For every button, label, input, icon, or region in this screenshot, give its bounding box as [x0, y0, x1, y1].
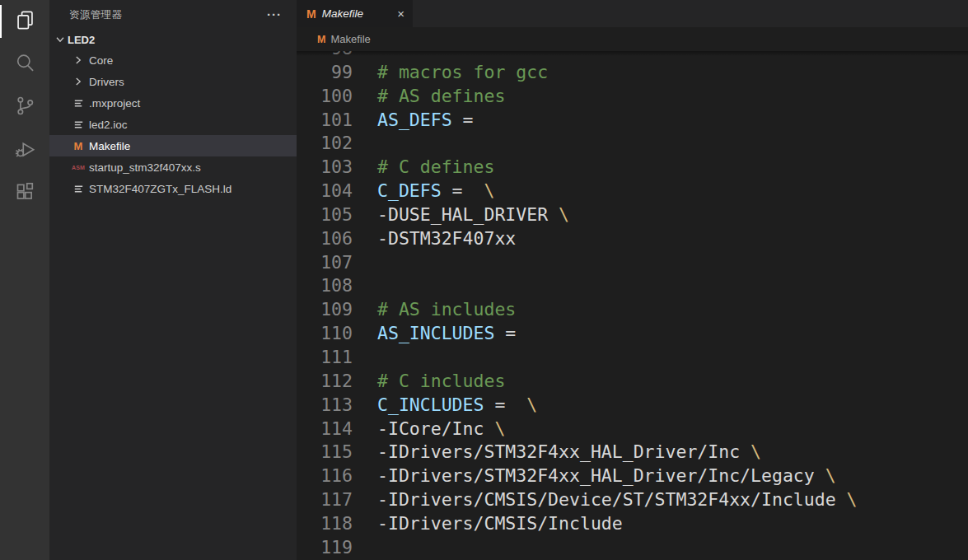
extensions-icon: [14, 180, 36, 206]
token-cont: \: [740, 441, 761, 462]
code-line[interactable]: 107: [297, 251, 968, 275]
code-text: # AS defines: [353, 85, 505, 109]
close-icon[interactable]: ×: [397, 7, 405, 20]
breadcrumb[interactable]: M Makefile: [297, 27, 968, 51]
explorer-item-label: led2.ioc: [89, 119, 128, 131]
code-line[interactable]: 119: [297, 536, 968, 560]
code-line[interactable]: 108: [297, 274, 968, 298]
token-op: =: [484, 394, 505, 415]
token-text: -IDrivers/CMSIS/Include: [377, 513, 623, 534]
line-number: 104: [297, 180, 353, 203]
tab-makefile[interactable]: M Makefile ×: [297, 0, 413, 27]
code-line[interactable]: 99# macros for gcc: [297, 61, 968, 85]
explorer-sidebar: 资源管理器 ··· LED2 CoreDrivers.mxprojectled2…: [49, 0, 297, 560]
code-line[interactable]: 111: [297, 346, 968, 370]
makefile-icon: M: [71, 139, 86, 152]
token-cont: \: [815, 465, 836, 486]
explorer-item-label: .mxproject: [89, 97, 140, 110]
code-text: [353, 536, 377, 560]
line-number: 113: [297, 394, 353, 418]
activity-item-search[interactable]: [0, 43, 49, 86]
code-line[interactable]: 106-DSTM32F407xx: [297, 227, 968, 251]
line-number: 103: [297, 156, 353, 180]
explorer-item--mxproject[interactable]: .mxproject: [49, 92, 297, 114]
explorer-item-stm32f407zgtx-flash-ld[interactable]: STM32F407ZGTx_FLASH.ld: [49, 178, 297, 199]
token-comment: # C includes: [377, 371, 505, 391]
code-line[interactable]: 109# AS includes: [297, 298, 968, 322]
code-text: -IDrivers/STM32F4xx_HAL_Driver/Inc \: [353, 441, 761, 464]
chevron-right-icon: [71, 54, 86, 67]
line-number: 109: [297, 298, 353, 322]
line-number: 107: [297, 251, 353, 275]
code-line[interactable]: 101AS_DEFS =: [297, 109, 968, 133]
activity-item-explorer[interactable]: [0, 0, 49, 43]
line-number: 101: [297, 109, 353, 133]
code-text: # AS includes: [353, 298, 516, 322]
code-line[interactable]: 118-IDrivers/CMSIS/Include: [297, 512, 968, 536]
code-line[interactable]: 105-DUSE_HAL_DRIVER \: [297, 203, 968, 227]
code-line[interactable]: 98: [297, 51, 968, 61]
more-actions-button[interactable]: ···: [264, 9, 285, 21]
line-number: 118: [297, 512, 353, 536]
code-line[interactable]: 102: [297, 132, 968, 156]
makefile-icon: M: [306, 7, 316, 21]
explorer-item-label: startup_stm32f407xx.s: [89, 161, 201, 174]
code-text: -IDrivers/CMSIS/Device/ST/STM32F4xx/Incl…: [353, 488, 858, 512]
line-number: 99: [297, 61, 353, 85]
code-text: -IDrivers/CMSIS/Include: [353, 512, 623, 536]
code-text: # macros for gcc: [353, 61, 548, 85]
root-folder-label: LED2: [68, 34, 95, 46]
token-text: -DUSE_HAL_DRIVER: [377, 204, 548, 225]
code-line[interactable]: 116-IDrivers/STM32F4xx_HAL_Driver/Inc/Le…: [297, 464, 968, 488]
explorer-header: 资源管理器 ···: [49, 0, 297, 30]
token-var: AS_INCLUDES: [377, 323, 494, 343]
explorer-item-core[interactable]: Core: [49, 49, 297, 71]
explorer-item-led2-ioc[interactable]: led2.ioc: [49, 114, 297, 135]
chevron-right-icon: [71, 75, 86, 88]
explorer-tree: CoreDrivers.mxprojectled2.iocMMakefileAS…: [49, 49, 297, 199]
source-control-icon: [14, 95, 36, 120]
token-comment: # macros for gcc: [377, 62, 548, 82]
vscode-window: 资源管理器 ··· LED2 CoreDrivers.mxprojectled2…: [0, 0, 968, 560]
code-text: AS_DEFS =: [353, 109, 474, 133]
explorer-item-label: Core: [89, 54, 113, 67]
explorer-item-drivers[interactable]: Drivers: [49, 71, 297, 92]
line-number: 117: [297, 488, 353, 512]
token-comment: # AS includes: [377, 299, 516, 320]
code-text: C_DEFS = \: [353, 180, 494, 203]
code-text: [353, 274, 377, 298]
token-var: C_DEFS: [377, 180, 442, 201]
activity-item-source-control[interactable]: [0, 86, 49, 128]
token-cont: \: [836, 489, 858, 510]
code-line[interactable]: 112# C includes: [297, 370, 968, 394]
code-text: AS_INCLUDES =: [353, 322, 516, 346]
code-line[interactable]: 103# C defines: [297, 156, 968, 180]
code-line[interactable]: 114-ICore/Inc \: [297, 418, 968, 441]
token-text: -ICore/Inc: [377, 418, 484, 439]
token-var: AS_DEFS: [377, 110, 452, 130]
activity-item-run-and-debug[interactable]: [0, 128, 49, 171]
code-text: -IDrivers/STM32F4xx_HAL_Driver/Inc/Legac…: [353, 464, 836, 488]
line-number: 111: [297, 346, 353, 370]
run-and-debug-icon: [14, 138, 36, 163]
code-line[interactable]: 117-IDrivers/CMSIS/Device/ST/STM32F4xx/I…: [297, 488, 968, 512]
token-op: =: [452, 110, 474, 130]
activity-item-extensions[interactable]: [0, 171, 49, 214]
token-text: -IDrivers/CMSIS/Device/ST/STM32F4xx/Incl…: [377, 489, 836, 510]
explorer-root-led2[interactable]: LED2: [49, 30, 297, 49]
code-line[interactable]: 113C_INCLUDES = \: [297, 394, 968, 418]
code-text: # C includes: [353, 370, 505, 394]
explorer-item-makefile[interactable]: MMakefile: [49, 135, 297, 156]
line-number: 115: [297, 441, 353, 464]
code-line[interactable]: 104C_DEFS = \: [297, 180, 968, 203]
token-comment: # AS defines: [377, 86, 505, 106]
code-line[interactable]: 100# AS defines: [297, 85, 968, 109]
code-line[interactable]: 115-IDrivers/STM32F4xx_HAL_Driver/Inc \: [297, 441, 968, 464]
code-lines: 9899# macros for gcc100# AS defines101AS…: [297, 51, 968, 560]
explorer-item-startup-stm32f407xx-s[interactable]: ASMstartup_stm32f407xx.s: [49, 156, 297, 178]
code-text: -ICore/Inc \: [353, 418, 505, 441]
code-line[interactable]: 110AS_INCLUDES =: [297, 322, 968, 346]
code-text: [353, 346, 377, 370]
code-editor[interactable]: 9899# macros for gcc100# AS defines101AS…: [297, 51, 968, 560]
explorer-icon: [14, 9, 36, 35]
